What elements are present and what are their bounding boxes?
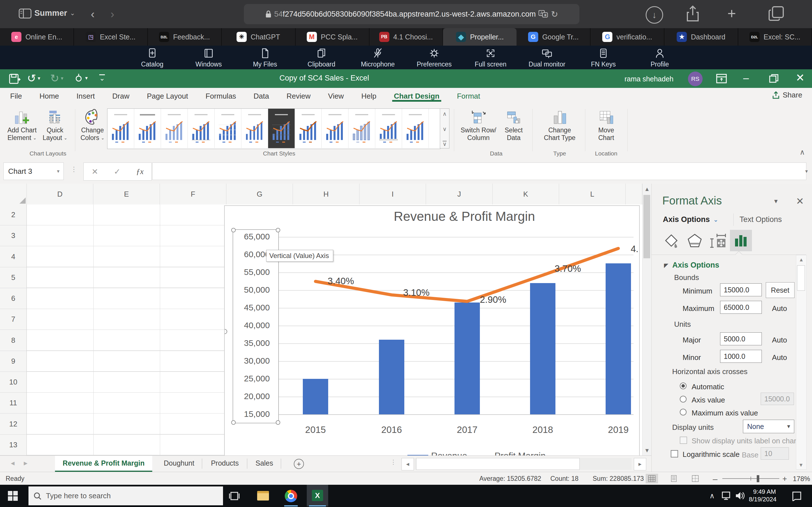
ribbon-tab-insert[interactable]: Insert — [75, 88, 96, 102]
appstream-profile[interactable]: Profile — [631, 47, 688, 68]
appstream-full-screen[interactable]: Full screen — [462, 47, 519, 68]
ribbon-tab-draw[interactable]: Draw — [110, 88, 131, 102]
cancel-icon[interactable]: ✕ — [92, 167, 98, 176]
gallery-expand-icon[interactable]: ∨ — [443, 141, 447, 147]
appstream-preferences[interactable]: Preferences — [406, 47, 462, 68]
size-properties-icon[interactable] — [709, 232, 726, 249]
row-header-6[interactable]: 6 — [0, 288, 27, 309]
browser-tab-excel-sc[interactable]: D2LExcel: SC... — [738, 28, 812, 46]
gallery-scroll-up-icon[interactable]: ∧ — [443, 110, 447, 117]
quick-layout-button[interactable]: Quick Layout⌄ — [40, 109, 70, 142]
ribbon-tab-format[interactable]: Format — [455, 88, 482, 102]
share-button[interactable]: Share — [772, 91, 802, 100]
column-header-F[interactable]: F — [160, 184, 226, 205]
chart-style-thumbnail[interactable] — [214, 109, 241, 148]
row-header-9[interactable]: 9 — [0, 351, 27, 372]
major-input[interactable]: 5000.0 — [720, 332, 762, 345]
ribbon-tab-data[interactable]: Data — [252, 88, 271, 102]
switch-row-column-button[interactable]: Switch Row/Column — [457, 109, 500, 142]
panel-menu-icon[interactable]: ▾ — [774, 197, 777, 205]
chart-style-thumbnail[interactable] — [107, 109, 134, 148]
new-tab-icon[interactable]: + — [727, 5, 736, 22]
maximum-input[interactable]: 65000.0 — [720, 301, 762, 314]
scrollbar-thumb[interactable] — [644, 195, 650, 258]
axis-options-icon-selected[interactable] — [730, 230, 752, 251]
column-header-H[interactable]: H — [293, 184, 359, 205]
row-header-7[interactable]: 7 — [0, 309, 27, 330]
row-header-10[interactable]: 10 — [0, 372, 27, 393]
browser-tab-choosing[interactable]: PB4.1 Choosi... — [369, 28, 443, 46]
selection-handle[interactable] — [276, 228, 280, 232]
automatic-radio[interactable] — [680, 383, 687, 389]
sheet-tab-sales[interactable]: Sales — [250, 456, 279, 471]
add-chart-element-button[interactable]: Add Chart Element⌄ — [5, 109, 39, 142]
close-button[interactable]: ✕ — [796, 71, 805, 84]
display-units-dropdown[interactable]: None ▼ — [743, 420, 794, 433]
browser-tab-verification[interactable]: Gverificatio... — [591, 28, 664, 46]
major-auto-button[interactable]: Auto — [772, 336, 787, 344]
browser-tab-excel-ste[interactable]: ◳Excel Ste... — [74, 28, 148, 46]
horizontal-scrollbar[interactable] — [414, 458, 631, 470]
row-header-8[interactable]: 8 — [0, 330, 27, 351]
appstream-clipboard[interactable]: Clipboard — [293, 47, 350, 68]
sheet-tab-doughunt[interactable]: Doughunt — [158, 456, 200, 471]
row-header-2[interactable]: 2 — [0, 205, 27, 225]
zoom-in-icon[interactable]: + — [782, 474, 787, 483]
legend-label-profit-margin[interactable]: Profit Margin — [495, 451, 546, 455]
minor-input[interactable]: 1000.0 — [720, 350, 762, 363]
save-icon[interactable] — [8, 73, 21, 84]
move-chart-button[interactable]: MoveChart — [589, 109, 623, 142]
chart-style-thumbnail-dark[interactable] — [268, 109, 295, 148]
file-explorer-icon[interactable] — [257, 491, 269, 501]
appstream-dual-monitor[interactable]: Dual monitor — [519, 47, 575, 68]
panel-close-icon[interactable]: ✕ — [796, 195, 804, 207]
sidebar-icon[interactable] — [18, 8, 32, 19]
chart-style-thumbnail[interactable] — [295, 109, 322, 148]
browser-tab-google-translate[interactable]: GGoogle Tr... — [516, 28, 591, 46]
maximum-auto-button[interactable]: Auto — [772, 304, 787, 313]
translate-icon[interactable]: A ✱ — [539, 10, 548, 18]
tray-show-hidden-icon[interactable]: ∧ — [709, 492, 715, 500]
fill-line-icon[interactable] — [663, 232, 680, 249]
avatar[interactable]: RS — [688, 71, 703, 86]
ribbon-tab-view[interactable]: View — [326, 88, 346, 102]
browser-tab-online[interactable]: eOnline En... — [0, 28, 74, 46]
new-sheet-button[interactable]: + — [294, 459, 304, 469]
scroll-up-icon[interactable]: ▲ — [796, 255, 806, 263]
selection-handle[interactable] — [231, 228, 236, 232]
select-data-button[interactable]: SelectData — [500, 109, 528, 142]
restore-button[interactable] — [769, 74, 779, 83]
column-header-D[interactable]: D — [27, 184, 93, 205]
column-header-J[interactable]: J — [426, 184, 493, 205]
row-header-5[interactable]: 5 — [0, 267, 27, 288]
gallery-scroll-down-icon[interactable]: ∨ — [443, 126, 447, 132]
appstream-fn-keys[interactable]: FN Keys — [575, 47, 631, 68]
formula-input[interactable] — [152, 163, 806, 180]
chart-style-thumbnail[interactable] — [161, 109, 188, 148]
address-bar[interactable]: 54f274d560b6d05830b6090f3854ba.appstream… — [244, 4, 579, 24]
row-header-3[interactable]: 3 — [0, 225, 27, 246]
selection-handle[interactable] — [231, 420, 236, 425]
action-center-icon[interactable] — [791, 490, 802, 501]
column-header-L[interactable]: L — [559, 184, 626, 205]
undo-button[interactable]: ↺▾ — [27, 72, 40, 84]
task-view-icon[interactable] — [229, 491, 240, 501]
view-page-layout-button[interactable] — [668, 474, 680, 483]
sheet-nav-prev-icon[interactable]: ◄ — [10, 460, 16, 467]
appstream-catalog[interactable]: Catalog — [124, 47, 181, 68]
log-scale-checkbox[interactable] — [671, 450, 678, 457]
profit-margin-line[interactable] — [225, 206, 639, 455]
change-colors-button[interactable]: Change Colors⌄ — [79, 109, 107, 142]
hscroll-left-icon[interactable]: ◄ — [402, 458, 414, 470]
view-page-break-button[interactable] — [689, 474, 702, 483]
tray-clock[interactable]: 9:49 AM 8/19/2024 — [749, 488, 776, 503]
minor-auto-button[interactable]: Auto — [772, 353, 787, 362]
tab-splitter[interactable]: ⋮ — [390, 459, 396, 466]
insert-function-button[interactable]: ƒx — [136, 167, 144, 176]
ribbon-tab-review[interactable]: Review — [285, 88, 312, 102]
reset-button[interactable]: Reset — [766, 282, 795, 298]
chart-style-thumbnail[interactable] — [134, 109, 161, 148]
scrollbar-thumb[interactable] — [797, 265, 805, 291]
sheet-grid[interactable]: 2 3 4 5 6 7 8 9 10 11 12 13 Revenue & Pr… — [0, 205, 651, 455]
enter-icon[interactable]: ✓ — [114, 167, 120, 176]
